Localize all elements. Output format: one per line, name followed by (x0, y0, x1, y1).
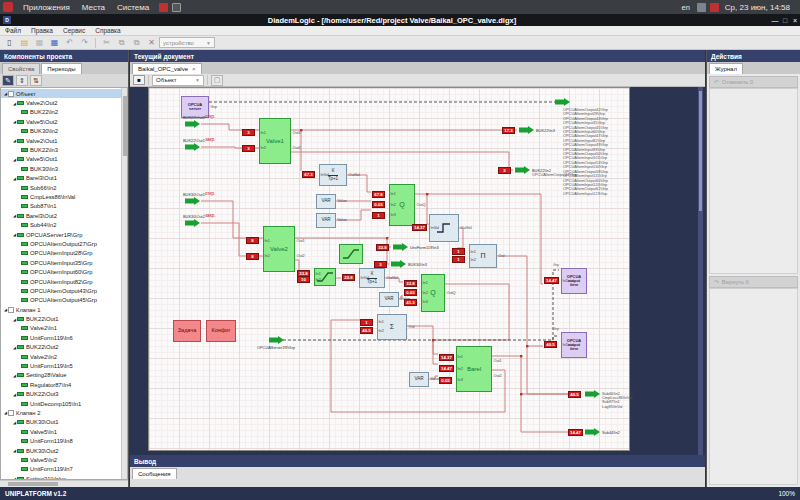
tree-item[interactable]: UnitForm119\In6 (1, 333, 121, 342)
block-var4[interactable]: VAR (409, 372, 429, 387)
tree-item[interactable]: BUK30\In2 (1, 127, 121, 136)
tab-messages[interactable]: Сообщения (132, 468, 177, 479)
block-var1[interactable]: VAR (316, 194, 336, 209)
canvas-vertical-scrollbar[interactable] (698, 87, 703, 487)
tree-item[interactable]: OPCUAItemOutput45\Grp (1, 296, 121, 305)
device-combobox[interactable]: устройство ▼ (159, 37, 215, 48)
tree-item[interactable]: OPCUAItemOutput27\Grp (1, 239, 121, 248)
tree-horizontal-scrollbar[interactable] (0, 480, 128, 487)
menu-item-2[interactable]: Сервис (58, 27, 90, 34)
document-options-button[interactable]: ▢ (211, 75, 223, 86)
block-task[interactable]: Задача (173, 320, 201, 342)
paste-button[interactable]: ⧉ (130, 37, 143, 49)
tree-vertical-scrollbar[interactable] (121, 88, 127, 479)
collapse-all-icon[interactable]: ⇅ (30, 75, 42, 86)
desktop-menu-system[interactable]: Система (111, 3, 155, 12)
tree-item[interactable]: ◢Setting28\Value (1, 371, 121, 380)
tree-item[interactable]: Valve2\In2 (1, 352, 121, 361)
close-button[interactable]: × (790, 17, 800, 24)
menu-item-3[interactable]: Справка (90, 27, 126, 34)
stop-button[interactable]: ■ (133, 75, 145, 85)
minimize-button[interactable]: — (770, 17, 780, 24)
menu-item-0[interactable]: Файл (0, 27, 26, 34)
expand-all-icon[interactable]: ⇕ (16, 75, 28, 86)
cut-button[interactable]: ✂ (100, 37, 113, 49)
tree-item[interactable]: ◢Valve2\Out2 (1, 98, 121, 107)
tree-item[interactable]: Regulator87\In4 (1, 380, 121, 389)
block-valve2[interactable]: Valve2 (263, 226, 295, 272)
tree-item[interactable]: ◢Клапан 2 (1, 408, 121, 417)
diagram-canvas[interactable]: OPCUAserverGrpValve13In13In2Out1Out2КТр+… (148, 87, 630, 451)
tray-update-icon[interactable] (710, 3, 719, 12)
tree-item[interactable]: OPCUAItemInput82\Grp (1, 277, 121, 286)
tree-item[interactable]: ◢Valve2\Out1 (1, 136, 121, 145)
tree-item[interactable]: UnitForm119\In7 (1, 465, 121, 474)
tree-item[interactable]: OPCUAItemInput60\Grp (1, 267, 121, 276)
tree-item[interactable]: ◢Valve5\Out2 (1, 117, 121, 126)
tree-item[interactable]: ◢BUK22\Out2 (1, 343, 121, 352)
undo-button[interactable]: ↶ (63, 37, 76, 49)
tree-item[interactable]: ◢BUK30\Out1 (1, 418, 121, 427)
block-var3[interactable]: VAR (379, 292, 399, 307)
menu-item-1[interactable]: Правка (26, 27, 58, 34)
tree-item[interactable]: ◢Клапан 1 (1, 305, 121, 314)
tree-item[interactable]: ◢OPCUAServer1R\Grp (1, 230, 121, 239)
window-title-bar[interactable]: D DiademLogic - [/home/user/Red/project … (0, 14, 800, 26)
left-tab-Свойства[interactable]: Свойства (2, 63, 40, 74)
tree-item[interactable]: ◢Объект (1, 89, 121, 98)
document-tab[interactable]: Baikal_OPC_valve × (132, 63, 202, 74)
tree-item[interactable]: OPCUAItemInput35\Grp (1, 258, 121, 267)
copy-button[interactable]: ⧉ (115, 37, 128, 49)
tree-item[interactable]: BUK30\In3 (1, 164, 121, 173)
delete-button[interactable]: ✕ (145, 37, 158, 49)
redo-button[interactable]: ↷ (78, 37, 91, 49)
tree-item[interactable]: ◢BUK30\Out2 (1, 446, 121, 455)
tray-volume-icon[interactable] (697, 3, 706, 12)
tree-item[interactable]: Sub87\In1 (1, 202, 121, 211)
tree-item[interactable]: ◢BUK22\Out3 (1, 390, 121, 399)
block-config[interactable]: Конфиг (206, 320, 236, 342)
tree-item[interactable]: UnitForm119\In8 (1, 436, 121, 445)
tray-window-icon[interactable] (172, 3, 181, 12)
block-pi1[interactable]: П (469, 244, 497, 268)
tree-item[interactable]: BUK22\In2 (1, 108, 121, 117)
save-button[interactable]: ▦ (33, 37, 46, 49)
tree-item[interactable]: Valve2\In1 (1, 324, 121, 333)
clock[interactable]: Ср, 23 июн, 14:58 (719, 3, 796, 12)
tab-close-icon[interactable]: × (192, 66, 196, 72)
save-all-button[interactable]: ▦ (48, 37, 61, 49)
tree-item[interactable]: ◢BUK22\Out1 (1, 314, 121, 323)
desktop-menu-applications[interactable]: Приложения (17, 3, 76, 12)
distro-logo-icon[interactable] (3, 2, 13, 12)
block-valve1[interactable]: Valve1 (259, 118, 291, 164)
undo-section-header[interactable]: ↶ Отменить 0 (709, 76, 798, 88)
edit-filter-icon[interactable]: ✎ (2, 75, 14, 86)
open-button[interactable]: ▤ (18, 37, 31, 49)
tab-journal[interactable]: Журнал (709, 63, 743, 74)
tree-item[interactable]: CmpLess86\InVal (1, 192, 121, 201)
tree-item[interactable]: OPCUAItemInput28\Grp (1, 249, 121, 258)
new-document-button[interactable]: ▯ (3, 37, 16, 49)
tray-app-icon[interactable] (159, 3, 168, 12)
desktop-menu-places[interactable]: Места (76, 3, 111, 12)
tree-item[interactable]: BUK22\In3 (1, 145, 121, 154)
left-tab-Переходы[interactable]: Переходы (41, 63, 81, 74)
tree-item[interactable]: ◢Valve5\Out1 (1, 155, 121, 164)
tree-item[interactable]: UnitForm119\In5 (1, 361, 121, 370)
tree-item-label: UnitForm119\In8 (30, 438, 73, 444)
tree-item[interactable]: Valve5\In1 (1, 427, 121, 436)
object-combobox[interactable]: Объект ▼ (152, 75, 204, 86)
tree-item[interactable]: UnitDecomp105\In1 (1, 399, 121, 408)
block-limiter1[interactable] (339, 244, 363, 264)
tree-item[interactable]: ◢Barel3\Out1 (1, 174, 121, 183)
tree-item[interactable]: Sub66\In2 (1, 183, 121, 192)
redo-section-header[interactable]: ↷ Вернуть 0 (709, 276, 798, 288)
block-sum1[interactable]: Σ (377, 314, 407, 340)
tree-item[interactable]: Valve5\In2 (1, 455, 121, 464)
tree-item[interactable]: ◢Barel3\Out2 (1, 211, 121, 220)
tree-item[interactable]: OPCUAItemOutput43\Grp (1, 286, 121, 295)
block-var2[interactable]: VAR (316, 213, 336, 228)
maximize-button[interactable]: □ (780, 17, 790, 24)
keyboard-layout-indicator[interactable]: en (682, 3, 690, 12)
tree-item[interactable]: Sub44\In2 (1, 220, 121, 229)
